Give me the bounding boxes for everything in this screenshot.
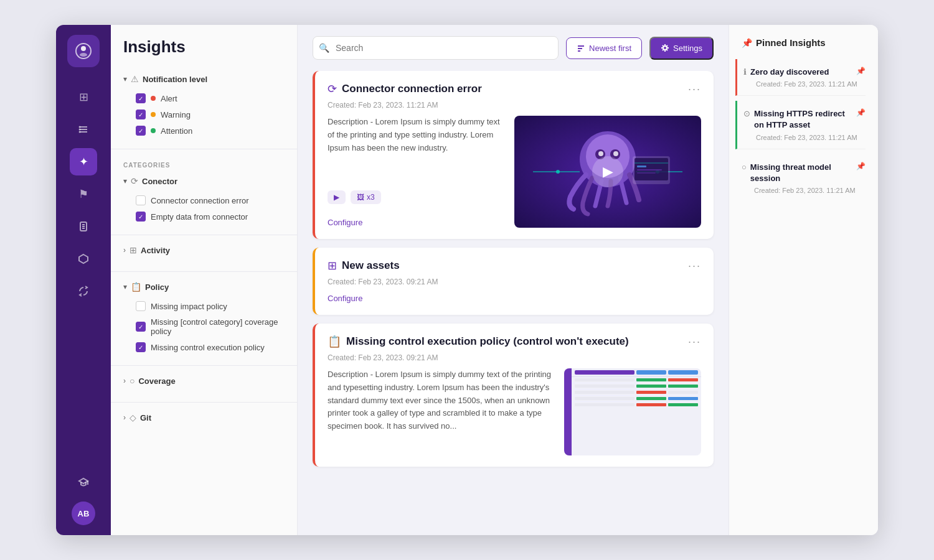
missing-impact-checkbox[interactable] xyxy=(136,301,146,311)
card-2-footer: Configure xyxy=(328,292,701,304)
pinned-item-2-pin-button[interactable]: 📌 xyxy=(856,108,866,117)
chevron-right-icon-3: › xyxy=(123,413,126,422)
svg-point-6 xyxy=(79,126,81,128)
filter-item-warning: ✓ Warning xyxy=(123,106,285,123)
git-icon: ◇ xyxy=(130,413,136,422)
sidebar-item-flag[interactable]: ⚑ xyxy=(70,180,97,208)
connector-section-header[interactable]: ▾ ⟳ Conector xyxy=(123,176,285,186)
sidebar-item-grid[interactable]: ⊞ xyxy=(70,83,97,111)
logo[interactable] xyxy=(67,35,100,67)
warning-label: Warning xyxy=(161,110,191,119)
card-3-desc: Description - Lorem Ipsum is simply dumm… xyxy=(328,368,554,455)
play-button[interactable]: ▶ xyxy=(592,156,623,187)
connector-error-checkbox[interactable] xyxy=(136,195,146,205)
pinned-item-1-date: Created: Feb 23, 2023. 11:21 AM xyxy=(743,80,866,88)
card-2-header: ⊞ New assets ··· xyxy=(328,259,701,273)
pinned-item-1-pin-button[interactable]: 📌 xyxy=(856,67,866,75)
warning-checkbox[interactable]: ✓ xyxy=(136,110,146,119)
pinned-item-2-date: Created: Feb 23, 2023. 11:21 AM xyxy=(743,134,866,141)
pinned-item-2: ⊙ Missing HTTPS redirect on HTTP asset 📌… xyxy=(735,101,866,149)
card-2-title-row: ⊞ New assets xyxy=(328,259,400,273)
card-3-title: Missing control execution policy (contro… xyxy=(346,335,629,348)
categories-label: CATEGORIES xyxy=(111,154,297,171)
alert-checkbox[interactable]: ✓ xyxy=(136,93,146,103)
policy-section-header[interactable]: ▾ 📋 Policy xyxy=(123,282,285,292)
divider-4 xyxy=(111,365,297,366)
connector-card-icon: ⟳ xyxy=(328,82,337,96)
notification-section-header[interactable]: ▾ ⚠ Notification level xyxy=(123,74,285,84)
activity-icon: ⊞ xyxy=(130,245,137,255)
divider-5 xyxy=(111,402,297,403)
sidebar-item-insights[interactable]: ✦ xyxy=(70,148,97,175)
notification-section-label: Notification level xyxy=(143,75,207,84)
coverage-policy-checkbox[interactable]: ✓ xyxy=(136,322,146,332)
avatar[interactable]: AB xyxy=(72,502,95,525)
search-input[interactable] xyxy=(313,36,559,60)
sidebar-item-connect[interactable] xyxy=(70,278,97,305)
coverage-section-header[interactable]: › ○ Coverage xyxy=(123,376,285,386)
pinned-item-3-pin-button[interactable]: 📌 xyxy=(856,162,866,170)
coverage-policy-label: Missing [control category] coverage poli… xyxy=(151,317,285,336)
connector-icon: ⟳ xyxy=(131,176,138,186)
git-section-header[interactable]: › ◇ Git xyxy=(123,413,285,422)
card-3-more-button[interactable]: ··· xyxy=(688,335,701,348)
activity-section-header[interactable]: › ⊞ Activity xyxy=(123,245,285,255)
card-2-more-button[interactable]: ··· xyxy=(688,259,701,273)
cards-area: ⟳ Connector connection error ··· Created… xyxy=(298,71,729,535)
pinned-item-2-icon-row: ⊙ Missing HTTPS redirect on HTTP asset xyxy=(743,108,854,131)
coverage-icon: ○ xyxy=(130,376,134,386)
card-1-title-row: ⟳ Connector connection error xyxy=(328,82,482,96)
svg-point-23 xyxy=(613,151,618,156)
sidebar-item-clipboard[interactable] xyxy=(70,213,97,240)
attention-checkbox[interactable]: ✓ xyxy=(136,126,146,136)
warning-dot xyxy=(151,112,156,117)
divider-2 xyxy=(111,235,297,235)
sort-icon xyxy=(577,44,585,52)
images-icon: 🖼 xyxy=(357,193,364,202)
search-bar: 🔍 xyxy=(313,36,559,60)
svg-point-17 xyxy=(663,46,667,50)
git-label: Git xyxy=(140,413,151,422)
card-3-image xyxy=(564,368,701,455)
insight-card-3: 📋 Missing control execution policy (cont… xyxy=(313,324,714,467)
card-2-date: Created: Feb 23, 2023. 09:21 AM xyxy=(328,278,701,286)
sort-button[interactable]: Newest first xyxy=(566,37,642,59)
sidebar-item-network[interactable] xyxy=(70,245,97,273)
images-count: x3 xyxy=(367,193,375,202)
connector-label: Conector xyxy=(142,177,177,186)
sidebar: ⊞ ✦ ⚑ xyxy=(56,25,111,535)
card-2-title: New assets xyxy=(342,259,400,272)
pinned-item-3-date: Created: Feb 23, 2023. 11:21 AM xyxy=(742,187,866,194)
card-3-date: Created: Feb 23, 2023. 09:21 AM xyxy=(328,353,701,362)
pinned-item-3-icon-row: ○ Missing threat model session xyxy=(742,162,854,184)
sidebar-item-list[interactable] xyxy=(70,116,97,143)
card-1-date: Created: Feb 23, 2023. 11:21 AM xyxy=(328,101,701,110)
table-sidebar-strip xyxy=(564,368,572,455)
card-1-header: ⟳ Connector connection error ··· xyxy=(328,82,701,96)
card-1-tag-video: ▶ xyxy=(328,190,346,204)
card-1-more-button[interactable]: ··· xyxy=(688,83,701,96)
assets-card-icon: ⊞ xyxy=(328,259,337,273)
filter-item-attention: ✓ Attention xyxy=(123,123,285,139)
filter-item-alert: ✓ Alert xyxy=(123,90,285,106)
settings-button[interactable]: Settings xyxy=(649,37,714,60)
card-1-configure-link[interactable]: Configure xyxy=(328,218,362,227)
empty-connector-checkbox[interactable]: ✓ xyxy=(136,212,146,222)
attention-label: Attention xyxy=(161,126,192,136)
card-1-image: ▶ xyxy=(514,116,701,228)
card-3-body: Description - Lorem Ipsum is simply dumm… xyxy=(328,368,701,455)
divider-3 xyxy=(111,271,297,272)
pinned-header: 📌 Pinned Insights xyxy=(742,37,866,48)
activity-label: Activity xyxy=(141,246,170,255)
sidebar-item-learn[interactable] xyxy=(70,468,97,495)
page-title: Insights xyxy=(111,37,297,69)
pinned-item-2-title: Missing HTTPS redirect on HTTP asset xyxy=(754,108,854,131)
settings-icon xyxy=(661,44,669,52)
coverage-section: › ○ Coverage xyxy=(111,371,297,397)
alert-dot xyxy=(151,96,156,101)
missing-control-checkbox[interactable]: ✓ xyxy=(136,342,146,352)
card-1-title: Connector connection error xyxy=(342,83,482,95)
pinned-item-1-header: ℹ Zero day discovered 📌 xyxy=(743,67,866,78)
search-icon: 🔍 xyxy=(319,43,329,53)
card-2-configure-link[interactable]: Configure xyxy=(328,294,362,303)
